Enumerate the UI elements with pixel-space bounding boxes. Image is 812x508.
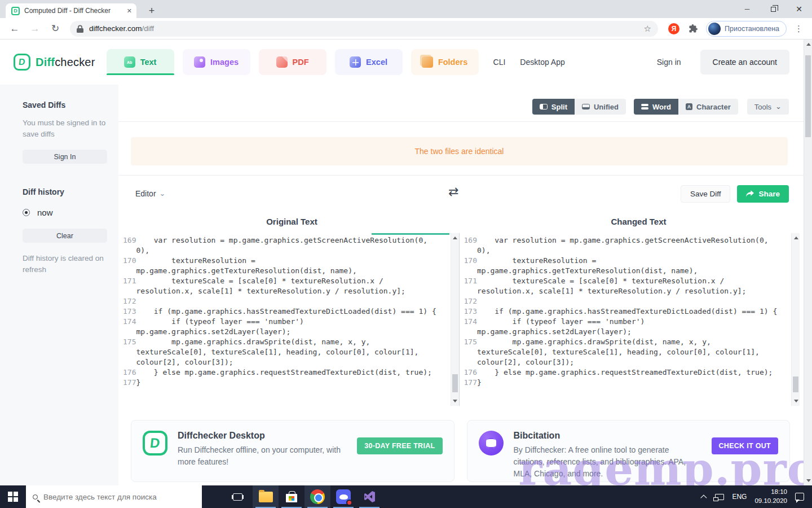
- saved-diffs-note: You must be signed in to save diffs: [23, 117, 107, 139]
- diff-main: Split Unified Word Character: [118, 85, 812, 485]
- primary-nav: Ab Text Images PDF Excel Folders: [107, 49, 479, 75]
- code-text: if (mp.game.graphics.hasStreamedTextureD…: [136, 306, 438, 317]
- tab-close-icon[interactable]: ✕: [127, 7, 132, 15]
- code-line: 171 textureScale = [scale[0] * textureRe…: [460, 276, 800, 296]
- discord-button[interactable]: [330, 485, 356, 508]
- window-restore-button[interactable]: [760, 0, 786, 18]
- code-line: 169 var resolution = mp.game.graphics.ge…: [460, 235, 800, 256]
- changed-text-pane[interactable]: 169 var resolution = mp.game.graphics.ge…: [460, 233, 800, 406]
- scroll-up-icon[interactable]: [453, 237, 457, 239]
- nav-tab-images[interactable]: Images: [183, 49, 250, 75]
- browser-tab[interactable]: D Computed Diff - Diff Checker ✕: [6, 3, 136, 18]
- unified-view-button[interactable]: Unified: [575, 99, 626, 115]
- task-view-button[interactable]: [224, 485, 250, 508]
- taskbar-search[interactable]: [26, 485, 202, 508]
- check-it-out-button[interactable]: CHECK IT OUT: [712, 437, 779, 454]
- scroll-down-icon[interactable]: [453, 400, 457, 402]
- line-number: 171: [460, 276, 477, 296]
- promo-title: Diffchecker Desktop: [178, 431, 347, 441]
- scroll-down-icon[interactable]: [806, 479, 811, 482]
- sidebar-sign-in-button[interactable]: Sign In: [23, 150, 107, 164]
- forward-icon[interactable]: →: [27, 21, 43, 37]
- nav-tab-excel[interactable]: Excel: [335, 49, 403, 75]
- action-center-icon[interactable]: [795, 493, 804, 501]
- line-number: 170: [118, 256, 136, 276]
- nav-tab-folders[interactable]: Folders: [411, 49, 479, 75]
- saved-diffs-heading: Saved Diffs: [23, 100, 107, 110]
- scrollbar-thumb[interactable]: [452, 374, 458, 392]
- folder-diff-icon: [422, 56, 433, 68]
- bibcitation-promo-card[interactable]: Bibcitation By Diffchecker: A free onlin…: [467, 420, 791, 482]
- excel-diff-icon: [350, 56, 361, 68]
- diffchecker-logo-icon[interactable]: D: [14, 54, 30, 71]
- line-number: 174: [460, 317, 477, 337]
- code-line: 172: [118, 296, 459, 306]
- network-icon[interactable]: [715, 494, 724, 500]
- character-diff-button[interactable]: Character: [678, 99, 738, 115]
- scrollbar-thumb[interactable]: [805, 55, 811, 137]
- line-number: 173: [118, 306, 136, 317]
- swap-sides-icon[interactable]: ⇄: [448, 185, 458, 199]
- scroll-up-icon[interactable]: [806, 43, 811, 46]
- window-minimize-button[interactable]: ─: [734, 0, 760, 18]
- window-close-button[interactable]: ✕: [786, 0, 812, 18]
- free-trial-button[interactable]: 30-DAY FREE TRIAL: [357, 437, 442, 454]
- visual-studio-button[interactable]: [356, 485, 382, 508]
- desktop-promo-card[interactable]: D Diffchecker Desktop Run Diffchecker of…: [131, 420, 454, 482]
- code-text: }: [477, 378, 779, 388]
- save-diff-button[interactable]: Save Diff: [681, 185, 731, 203]
- code-line: 175 mp.game.graphics.drawSprite(dist, na…: [118, 337, 459, 367]
- system-tray: ENG 18:10 09.10.2020: [703, 485, 812, 508]
- scrollbar-thumb[interactable]: [793, 376, 798, 392]
- new-tab-button[interactable]: +: [144, 3, 159, 18]
- clear-history-button[interactable]: Clear: [23, 229, 107, 243]
- start-button[interactable]: [0, 485, 26, 508]
- brand-wordmark[interactable]: Diffchecker: [36, 56, 95, 69]
- clock[interactable]: 18:10 09.10.2020: [754, 488, 787, 505]
- history-item-now[interactable]: now: [23, 208, 107, 217]
- code-text: } else mp.game.graphics.requestStreamedT…: [477, 367, 779, 378]
- promo-description: By Diffchecker: A free online tool to ge…: [514, 444, 700, 480]
- bookmark-star-icon[interactable]: ☆: [644, 24, 651, 34]
- scroll-down-icon[interactable]: [794, 400, 798, 402]
- nav-link-cli[interactable]: CLI: [493, 58, 506, 67]
- pane-scrollbar[interactable]: [791, 233, 800, 406]
- tools-dropdown[interactable]: Tools ⌄: [747, 99, 789, 115]
- language-indicator[interactable]: ENG: [732, 493, 747, 501]
- microsoft-store-button[interactable]: [279, 485, 304, 508]
- profile-chip[interactable]: Приостановлена: [706, 21, 787, 37]
- code-text: textureResolution = mp.game.graphics.get…: [136, 256, 438, 276]
- line-number: 175: [460, 337, 477, 367]
- page-scrollbar[interactable]: [804, 40, 812, 485]
- word-diff-button[interactable]: Word: [634, 99, 678, 115]
- extensions-puzzle-icon[interactable]: [689, 24, 698, 33]
- file-explorer-button[interactable]: [253, 485, 279, 508]
- avatar: [708, 23, 721, 35]
- nav-tab-pdf[interactable]: PDF: [259, 49, 326, 75]
- nav-link-desktop-app[interactable]: Desktop App: [520, 58, 564, 67]
- unified-view-icon: [582, 104, 590, 110]
- address-bar[interactable]: diffchecker.com/diff ☆: [70, 21, 658, 37]
- yandex-extension-icon[interactable]: Я: [668, 23, 679, 34]
- nav-tab-text[interactable]: Ab Text: [107, 49, 174, 75]
- back-icon[interactable]: ←: [7, 21, 23, 37]
- create-account-button[interactable]: Create an account: [700, 50, 789, 75]
- scroll-up-icon[interactable]: [794, 237, 798, 239]
- share-button[interactable]: Share: [737, 185, 789, 203]
- line-number: 177: [118, 378, 136, 388]
- changed-code[interactable]: 169 var resolution = mp.game.graphics.ge…: [460, 235, 800, 388]
- reload-icon[interactable]: ↻: [47, 21, 63, 37]
- original-text-pane[interactable]: 169 var resolution = mp.game.graphics.ge…: [118, 233, 460, 406]
- browser-menu-icon[interactable]: ⋮: [795, 24, 803, 34]
- sign-in-link[interactable]: Sign in: [657, 58, 681, 67]
- changed-text-title: Changed Text: [465, 217, 812, 226]
- editor-dropdown[interactable]: Editor ⌄: [135, 189, 165, 198]
- promo-cards: D Diffchecker Desktop Run Diffchecker of…: [131, 420, 790, 482]
- search-input[interactable]: [43, 493, 184, 501]
- split-view-button[interactable]: Split: [532, 99, 575, 115]
- radio-selected-icon[interactable]: [23, 209, 30, 216]
- original-code[interactable]: 169 var resolution = mp.game.graphics.ge…: [118, 235, 459, 388]
- pane-scrollbar[interactable]: [451, 233, 459, 406]
- tray-expand-icon[interactable]: [701, 494, 707, 501]
- chrome-button[interactable]: [304, 485, 330, 508]
